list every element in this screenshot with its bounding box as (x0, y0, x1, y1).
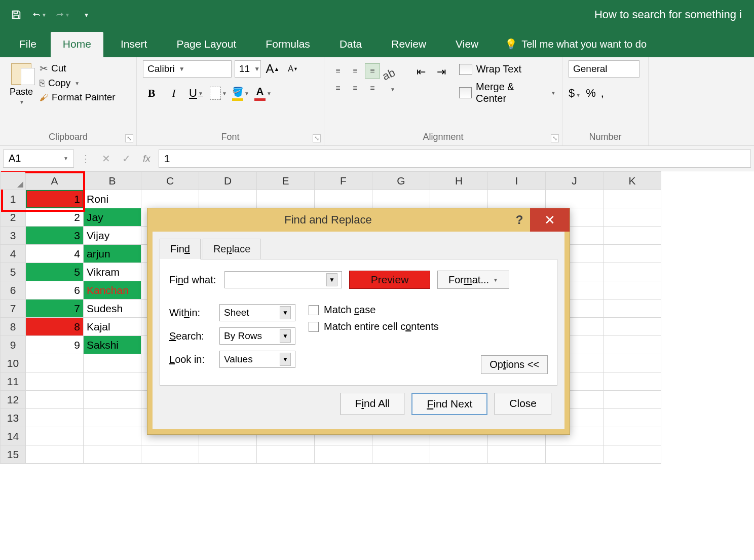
cell-K9[interactable] (604, 336, 661, 354)
cell-C1[interactable] (141, 190, 199, 208)
cell-H1[interactable] (430, 190, 488, 208)
tab-replace[interactable]: Replace (203, 239, 261, 259)
cell-A3[interactable]: 3 (26, 227, 84, 245)
cell-K7[interactable] (604, 300, 661, 318)
format-painter-button[interactable]: 🖌Format Painter (40, 92, 116, 103)
font-launcher-icon[interactable]: ⤡ (313, 134, 321, 142)
wrap-text-button[interactable]: Wrap Text (459, 63, 556, 75)
column-header-J[interactable]: J (546, 172, 604, 190)
cut-button[interactable]: ✂Cut (40, 62, 116, 74)
bold-button[interactable]: B (143, 85, 160, 102)
paste-button[interactable]: Paste ▼ (6, 60, 36, 132)
row-header[interactable]: 1 (1, 190, 26, 208)
cell-A4[interactable]: 4 (26, 245, 84, 263)
cell-F15[interactable] (315, 445, 372, 464)
column-header-H[interactable]: H (430, 172, 488, 190)
row-header[interactable]: 4 (1, 245, 26, 263)
dropdown-icon[interactable]: ▼ (280, 353, 291, 366)
align-left-button[interactable]: ≡ (330, 81, 346, 96)
cell-K11[interactable] (604, 372, 661, 391)
cell-B5[interactable]: Vikram (84, 263, 141, 281)
cell-A12[interactable] (26, 391, 84, 409)
cell-A7[interactable]: 7 (26, 300, 84, 318)
cell-B7[interactable]: Sudesh (84, 300, 141, 318)
row-header[interactable]: 8 (1, 318, 26, 336)
number-format-combo[interactable]: General (569, 60, 639, 78)
column-header-G[interactable]: G (372, 172, 430, 190)
align-top-button[interactable]: ≡ (330, 63, 346, 79)
cell-B9[interactable]: Sakshi (84, 336, 141, 354)
help-button[interactable]: ? (509, 213, 530, 227)
format-button[interactable]: Format...▼ (437, 271, 509, 289)
cell-B8[interactable]: Kajal (84, 318, 141, 336)
tab-review[interactable]: Review (379, 32, 438, 57)
cell-G1[interactable] (372, 190, 430, 208)
close-dialog-button[interactable]: Close (495, 393, 551, 415)
cell-A9[interactable]: 9 (26, 336, 84, 354)
row-header[interactable]: 2 (1, 208, 26, 227)
column-header-E[interactable]: E (257, 172, 315, 190)
cell-A10[interactable] (26, 354, 84, 372)
increase-font-button[interactable]: A▲ (264, 60, 281, 78)
cell-K6[interactable] (604, 281, 661, 300)
row-header[interactable]: 11 (1, 372, 26, 391)
row-header[interactable]: 7 (1, 300, 26, 318)
dropdown-icon[interactable]: ▼ (74, 81, 80, 86)
column-header-B[interactable]: B (84, 172, 141, 190)
align-bottom-button[interactable]: ≡ (365, 63, 380, 79)
decrease-indent-button[interactable]: ⇤ (412, 63, 430, 81)
cell-B13[interactable] (84, 409, 141, 427)
cell-B11[interactable] (84, 372, 141, 391)
within-select[interactable]: Sheet▼ (219, 304, 295, 321)
cell-F1[interactable] (315, 190, 372, 208)
dropdown-icon[interactable]: ▼ (222, 91, 227, 96)
dropdown-icon[interactable]: ▼ (267, 91, 272, 96)
dropdown-icon[interactable]: ▼ (19, 99, 24, 105)
column-header-A[interactable]: A (26, 172, 84, 190)
alignment-launcher-icon[interactable]: ⤡ (551, 134, 559, 142)
column-header-D[interactable]: D (199, 172, 257, 190)
cell-A6[interactable]: 6 (26, 281, 84, 300)
tab-file[interactable]: File (10, 32, 46, 57)
cell-A15[interactable] (26, 445, 84, 464)
redo-button[interactable]: ▼ (56, 8, 70, 22)
font-size-combo[interactable]: 11▼ (235, 60, 261, 78)
name-box[interactable]: A1▼ (3, 150, 74, 168)
dropdown-icon[interactable]: ▼ (63, 156, 68, 161)
merge-center-button[interactable]: Merge & Center▼ (459, 81, 556, 104)
cell-I15[interactable] (488, 445, 546, 464)
dropdown-icon[interactable]: ▼ (390, 87, 395, 92)
cell-A5[interactable]: 5 (26, 263, 84, 281)
tab-find[interactable]: Find (160, 239, 201, 259)
cell-B3[interactable]: Vijay (84, 227, 141, 245)
cell-A8[interactable]: 8 (26, 318, 84, 336)
cell-A2[interactable]: 2 (26, 208, 84, 227)
font-name-combo[interactable]: Calibri▼ (143, 60, 232, 78)
cell-E15[interactable] (257, 445, 315, 464)
cell-K3[interactable] (604, 227, 661, 245)
column-header-K[interactable]: K (604, 172, 661, 190)
column-header-I[interactable]: I (488, 172, 546, 190)
cell-B4[interactable]: arjun (84, 245, 141, 263)
tab-insert[interactable]: Insert (108, 32, 160, 57)
dropdown-icon[interactable]: ▼ (551, 90, 556, 96)
dropdown-icon[interactable]: ▼ (65, 12, 70, 18)
cell-K14[interactable] (604, 427, 661, 445)
cell-B6[interactable]: Kanchan (84, 281, 141, 300)
tab-page-layout[interactable]: Page Layout (164, 32, 248, 57)
row-header[interactable]: 10 (1, 354, 26, 372)
currency-button[interactable]: $▼ (569, 87, 581, 100)
cell-K15[interactable] (604, 445, 661, 464)
cell-H15[interactable] (430, 445, 488, 464)
fx-icon[interactable]: fx (143, 153, 150, 164)
cell-B1[interactable]: Roni (84, 190, 141, 208)
dropdown-icon[interactable]: ▼ (198, 91, 203, 96)
dropdown-icon[interactable]: ▼ (576, 92, 581, 98)
tab-home[interactable]: Home (51, 32, 103, 57)
cell-K10[interactable] (604, 354, 661, 372)
dropdown-icon[interactable]: ▼ (280, 329, 291, 343)
options-button[interactable]: Options << (481, 355, 548, 374)
tab-view[interactable]: View (443, 32, 491, 57)
cell-B12[interactable] (84, 391, 141, 409)
row-header[interactable]: 3 (1, 227, 26, 245)
